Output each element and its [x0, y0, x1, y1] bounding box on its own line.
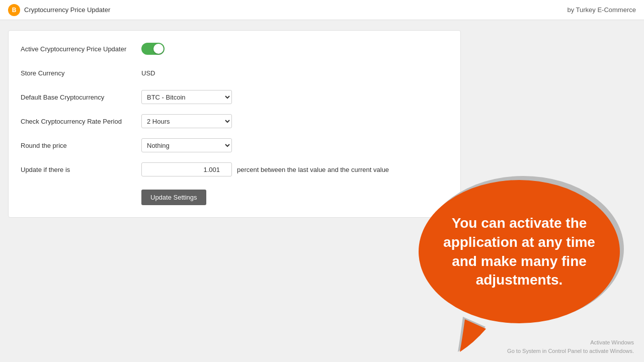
- check-rate-select[interactable]: 1 Hour 2 Hours 4 Hours 6 Hours 12 Hours …: [141, 114, 232, 128]
- check-rate-label: Check Cryptocurrency Rate Period: [21, 118, 141, 125]
- active-toggle-row: Active Cryptocurrency Price Updater: [21, 41, 448, 57]
- store-currency-label: Store Currency: [21, 69, 141, 77]
- update-settings-button[interactable]: Update Settings: [141, 190, 206, 205]
- store-currency-value: USD: [141, 69, 155, 77]
- round-price-label: Round the price: [21, 142, 141, 149]
- header-title: Cryptocurrency Price Updater: [24, 6, 110, 14]
- round-price-select[interactable]: Nothing Round Up Round Down: [141, 138, 232, 152]
- settings-panel: Active Cryptocurrency Price Updater Stor…: [8, 30, 461, 218]
- update-if-label: Update if there is: [21, 166, 141, 173]
- active-toggle[interactable]: [141, 43, 165, 55]
- update-if-suffix: percent between the last value and the c…: [237, 166, 389, 173]
- header-left: B Cryptocurrency Price Updater: [8, 4, 110, 16]
- windows-line1: Activate Windows: [507, 338, 634, 347]
- default-base-row: Default Base Cryptocurrency BTC - Bitcoi…: [21, 89, 448, 105]
- default-base-select[interactable]: BTC - Bitcoin ETH - Ethereum LTC - Litec…: [141, 90, 232, 104]
- windows-watermark: Activate Windows Go to System in Control…: [507, 338, 634, 355]
- speech-bubble: You can activate the application at any …: [419, 180, 620, 323]
- update-button-row: Update Settings: [21, 186, 448, 205]
- update-if-row: Update if there is percent between the l…: [21, 161, 448, 177]
- active-label: Active Cryptocurrency Price Updater: [21, 45, 141, 53]
- app-icon: B: [8, 4, 20, 16]
- round-price-row: Round the price Nothing Round Up Round D…: [21, 137, 448, 153]
- bubble-tail: [458, 317, 488, 352]
- header-brand: by Turkey E-Commerce: [567, 6, 636, 14]
- check-rate-row: Check Cryptocurrency Rate Period 1 Hour …: [21, 113, 448, 129]
- header: B Cryptocurrency Price Updater by Turkey…: [0, 0, 644, 20]
- default-base-label: Default Base Cryptocurrency: [21, 94, 141, 101]
- speech-bubble-container: You can activate the application at any …: [413, 176, 644, 357]
- store-currency-row: Store Currency USD: [21, 65, 448, 81]
- windows-line2: Go to System in Control Panel to activat…: [507, 347, 634, 355]
- speech-bubble-text: You can activate the application at any …: [419, 204, 620, 300]
- update-if-input[interactable]: [141, 162, 232, 176]
